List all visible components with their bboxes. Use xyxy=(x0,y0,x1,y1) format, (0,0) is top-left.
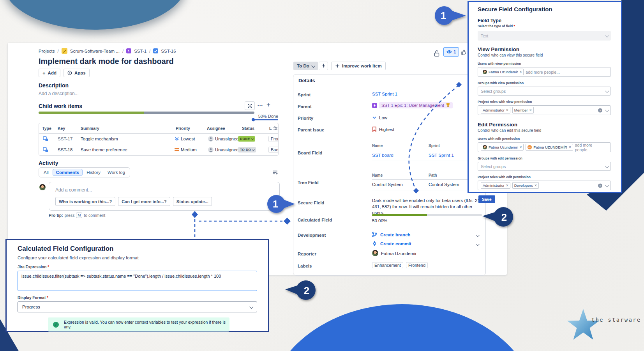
display-format-select[interactable]: Progress xyxy=(18,301,257,312)
board-name-link[interactable]: SST board xyxy=(372,153,393,158)
watchers-button[interactable]: 1 xyxy=(443,47,459,57)
user-chip[interactable]: Fatma Uzundemir× xyxy=(481,144,524,151)
breadcrumb-issue[interactable]: SST-16 xyxy=(161,49,176,53)
row-key[interactable]: SST-18 xyxy=(58,147,72,152)
user-chip[interactable]: Fatma Uzundemir× xyxy=(481,69,524,75)
quick-reply-button[interactable]: Status update... xyxy=(173,197,212,206)
role-chip[interactable]: Administrator× xyxy=(481,107,510,113)
more-options-icon[interactable]: … xyxy=(257,101,263,107)
roles-view-input[interactable]: Administrator× Member× × xyxy=(478,105,611,115)
tree-path-value: Control System xyxy=(429,182,459,187)
remove-chip-icon[interactable]: × xyxy=(529,108,532,112)
board-sprint-link[interactable]: SST Sprint 1 xyxy=(429,153,454,158)
parent-issue-value[interactable]: Highest xyxy=(372,126,394,132)
breadcrumb-project[interactable]: Scrum-Software-Team ... xyxy=(70,49,120,53)
remove-chip-icon[interactable]: × xyxy=(569,145,571,149)
row-key[interactable]: SST-17 xyxy=(58,136,72,141)
quick-reply-button[interactable]: Who is working on this...? xyxy=(55,197,115,206)
roles-edit-input[interactable]: Administrator× Developers× × xyxy=(478,181,611,190)
priority-value[interactable]: Low xyxy=(372,115,387,120)
child-progress-fill xyxy=(39,112,144,114)
role-chip[interactable]: Member× xyxy=(512,107,534,113)
breadcrumb-epic[interactable]: SST-1 xyxy=(134,49,146,53)
tree-name-header: Name xyxy=(372,173,383,177)
row-label-chip: Front xyxy=(268,136,279,142)
sort-order-icon[interactable] xyxy=(273,170,278,175)
quick-reply-button[interactable]: Can I get more info...? xyxy=(118,197,170,206)
expand-button[interactable] xyxy=(245,101,255,110)
page-title: Implement dark mode for dashboard xyxy=(39,57,174,66)
chevron-down-icon xyxy=(605,89,609,93)
col-assignee[interactable]: Assignee xyxy=(207,126,225,131)
status-dropdown[interactable]: DONE xyxy=(238,136,255,142)
create-branch-link[interactable]: Create branch xyxy=(372,232,410,238)
description-placeholder[interactable]: Add a description... xyxy=(39,91,79,96)
tab-history[interactable]: History xyxy=(83,169,104,176)
add-child-icon[interactable]: + xyxy=(266,101,270,109)
parent-epic-badge[interactable]: SST-1 Epic 1: User Management xyxy=(372,102,453,108)
role-chip[interactable]: Administrator× xyxy=(481,182,510,189)
col-status[interactable]: Status xyxy=(242,126,254,131)
expand-icon xyxy=(247,103,252,108)
remove-chip-icon[interactable]: × xyxy=(506,108,508,112)
create-commit-link[interactable]: Create commit xyxy=(372,241,411,246)
role-chip[interactable]: Developers× xyxy=(512,182,539,189)
table-row[interactable]: SST-18 Save theme preference Medium Unas… xyxy=(39,144,278,155)
reporter-avatar xyxy=(372,250,378,256)
status-dropdown[interactable]: TO DO xyxy=(238,147,256,152)
calculated-field-value: 50.00% xyxy=(372,218,387,223)
current-user-avatar xyxy=(39,184,46,190)
thumbs-up-icon[interactable] xyxy=(461,49,467,55)
col-priority[interactable]: Priority xyxy=(176,126,190,131)
jira-expression-input[interactable]: issue.childIssues.filter(subtask => subt… xyxy=(18,271,257,291)
col-labels[interactable]: L xyxy=(269,126,272,131)
tab-comments[interactable]: Comments xyxy=(53,169,83,176)
row-summary[interactable]: Toggle mechanism xyxy=(81,136,118,141)
comment-box[interactable]: Add a comment... Who is working on this.… xyxy=(49,182,280,211)
status-button[interactable]: To Do xyxy=(293,62,318,70)
comment-placeholder[interactable]: Add a comment... xyxy=(55,187,92,193)
tab-worklog[interactable]: Work log xyxy=(104,169,128,176)
table-settings-icon[interactable] xyxy=(273,126,278,131)
breadcrumb-projects[interactable]: Projects xyxy=(39,49,55,53)
description-heading: Description xyxy=(39,82,69,89)
expression-valid-message: ✓ Expression is valid. You can now enter… xyxy=(48,317,229,332)
user-chip[interactable]: FUFatma UZUNDEMİR× xyxy=(526,144,573,151)
clear-all-icon[interactable]: × xyxy=(598,108,602,112)
row-summary[interactable]: Save theme preference xyxy=(81,147,127,152)
table-header: Type Key Summary Priority Assignee Statu… xyxy=(39,123,278,134)
unlock-icon[interactable] xyxy=(434,50,440,57)
screenshot-root: the starware Projects / Scrum-Software-T… xyxy=(0,0,644,351)
users-edit-input[interactable]: Fatma Uzundemir× FUFatma UZUNDEMİR× add … xyxy=(478,142,611,152)
remove-chip-icon[interactable]: × xyxy=(506,183,508,188)
tab-all[interactable]: All xyxy=(41,169,52,176)
improve-work-item-button[interactable]: Improve work item xyxy=(331,62,386,70)
groups-edit-label: Groups with edit permission xyxy=(478,156,611,160)
field-type-select[interactable]: Text xyxy=(478,31,611,41)
label-chip[interactable]: Frontend xyxy=(406,262,428,268)
chevron-down-icon xyxy=(251,137,254,140)
label-chip[interactable]: Enhancement xyxy=(372,262,403,268)
clear-all-icon[interactable]: × xyxy=(598,183,602,188)
remove-chip-icon[interactable]: × xyxy=(535,183,537,188)
groups-view-select[interactable]: Select groups xyxy=(478,87,611,96)
pro-tip: Pro tip: press M to comment xyxy=(49,213,105,218)
apps-button[interactable]: Apps xyxy=(64,69,90,77)
remove-chip-icon[interactable]: × xyxy=(520,70,522,74)
starware-logo-star xyxy=(565,307,602,344)
col-key[interactable]: Key xyxy=(58,126,65,131)
remove-chip-icon[interactable]: × xyxy=(520,145,522,149)
users-view-input[interactable]: Fatma Uzundemir× add more people... xyxy=(478,67,611,77)
groups-edit-select[interactable]: Select groups xyxy=(478,162,611,171)
sprint-link[interactable]: SST Sprint 1 xyxy=(372,92,397,96)
progress-label: 50% Done xyxy=(256,114,278,119)
col-type[interactable]: Type xyxy=(42,126,51,131)
add-button[interactable]: +Add xyxy=(39,69,60,77)
table-row[interactable]: SST-17 Toggle mechanism Lowest Unassigne… xyxy=(39,133,278,144)
field-label-secure: Secure Field xyxy=(298,200,324,205)
automation-button[interactable] xyxy=(319,62,328,70)
watchers-count: 1 xyxy=(453,50,456,54)
trophy-icon xyxy=(446,103,450,108)
save-button[interactable]: Save xyxy=(478,195,495,203)
col-summary[interactable]: Summary xyxy=(81,126,99,131)
